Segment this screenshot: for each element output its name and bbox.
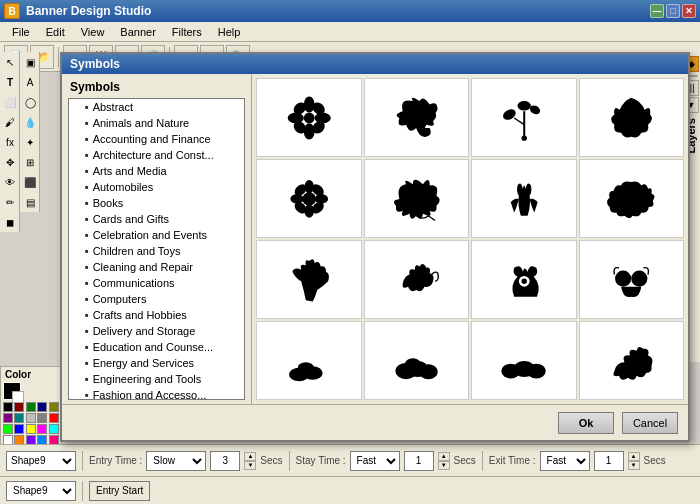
tool-fx[interactable]: fx	[0, 132, 20, 152]
symbol-cell-10[interactable]	[364, 240, 470, 319]
tool-arrow[interactable]: ↖	[0, 52, 20, 72]
svg-point-15	[521, 135, 526, 140]
category-item[interactable]: Abstract	[69, 99, 244, 115]
symbol-cell-13[interactable]	[256, 321, 362, 400]
symbol-cell-14[interactable]	[364, 321, 470, 400]
color-swatch[interactable]	[3, 424, 13, 434]
category-item[interactable]: Communications	[69, 275, 244, 291]
tool-move[interactable]: ✥	[0, 152, 20, 172]
shape-select[interactable]: Shape9	[6, 451, 76, 471]
color-swatch[interactable]	[14, 402, 24, 412]
category-item[interactable]: Computers	[69, 291, 244, 307]
category-item[interactable]: Celebration and Events	[69, 227, 244, 243]
category-item[interactable]: Children and Toys	[69, 243, 244, 259]
stay-val-input[interactable]	[404, 451, 434, 471]
category-item[interactable]: Accounting and Finance	[69, 131, 244, 147]
symbol-cell-3[interactable]	[471, 78, 577, 157]
color-swatch[interactable]	[37, 424, 47, 434]
tool2-gradient[interactable]: ▤	[20, 192, 40, 212]
tool2-eyedrop[interactable]: 💧	[20, 112, 40, 132]
tool2-eraser[interactable]: ⬛	[20, 172, 40, 192]
svg-point-29	[631, 270, 647, 286]
tool2-a[interactable]: A	[20, 72, 40, 92]
cancel-button[interactable]: Cancel	[622, 412, 678, 434]
tool-image[interactable]: ⬜	[0, 92, 20, 112]
color-swatch[interactable]	[49, 413, 59, 423]
stay-speed-select[interactable]: FastSlowMedium	[350, 451, 400, 471]
category-item[interactable]: Crafts and Hobbies	[69, 307, 244, 323]
close-button[interactable]: ✕	[682, 4, 696, 18]
symbol-cell-8[interactable]	[579, 159, 685, 238]
entry-spin-down[interactable]: ▼	[244, 461, 256, 470]
shape-select-2[interactable]: Shape9	[6, 481, 76, 501]
menu-help[interactable]: Help	[210, 24, 249, 40]
tool2-select[interactable]: ▣	[20, 52, 40, 72]
category-item[interactable]: Cards and Gifts	[69, 211, 244, 227]
stay-spin-up[interactable]: ▲	[438, 452, 450, 461]
symbol-cell-16[interactable]	[579, 321, 685, 400]
tool-paint[interactable]: 🖌	[0, 112, 20, 132]
tool-eye[interactable]: 👁	[0, 172, 20, 192]
symbol-cell-1[interactable]	[256, 78, 362, 157]
tool2-crop[interactable]: ⊞	[20, 152, 40, 172]
entry-spin-up[interactable]: ▲	[244, 452, 256, 461]
category-item[interactable]: Energy and Services	[69, 355, 244, 371]
category-item[interactable]: Fashion and Accesso...	[69, 387, 244, 400]
menu-filters[interactable]: Filters	[164, 24, 210, 40]
symbol-cell-7[interactable]	[471, 159, 577, 238]
color-swatch[interactable]	[49, 402, 59, 412]
category-item[interactable]: Engineering and Tools	[69, 371, 244, 387]
color-swatch[interactable]	[26, 424, 36, 434]
category-item[interactable]: Cleaning and Repair	[69, 259, 244, 275]
color-swatch[interactable]	[37, 402, 47, 412]
category-item[interactable]: Animals and Nature	[69, 115, 244, 131]
category-list[interactable]: AbstractAnimals and NatureAccounting and…	[68, 98, 245, 400]
background-color[interactable]	[12, 391, 24, 403]
exit-spin-down[interactable]: ▼	[628, 461, 640, 470]
color-swatch[interactable]	[3, 413, 13, 423]
tool-text[interactable]: T	[0, 72, 20, 92]
entry-start-button[interactable]: Entry Start	[89, 481, 150, 501]
entry-speed-select[interactable]: SlowFastMedium	[146, 451, 206, 471]
color-swatch[interactable]	[37, 413, 47, 423]
tool2-circle[interactable]: ◯	[20, 92, 40, 112]
minimize-button[interactable]: —	[650, 4, 664, 18]
color-swatch[interactable]	[14, 424, 24, 434]
exit-spin-up[interactable]: ▲	[628, 452, 640, 461]
menu-file[interactable]: File	[4, 24, 38, 40]
color-swatch[interactable]	[49, 424, 59, 434]
symbol-cell-5[interactable]	[256, 159, 362, 238]
ok-button[interactable]: Ok	[558, 412, 614, 434]
category-item[interactable]: Books	[69, 195, 244, 211]
menu-view[interactable]: View	[73, 24, 113, 40]
color-swatch[interactable]	[26, 402, 36, 412]
exit-val-input[interactable]	[594, 451, 624, 471]
svg-point-36	[405, 358, 421, 370]
tool2-star[interactable]: ✦	[20, 132, 40, 152]
tool-fill[interactable]: ◼	[0, 212, 20, 232]
maximize-button[interactable]: □	[666, 4, 680, 18]
category-item[interactable]: Arts and Media	[69, 163, 244, 179]
menu-edit[interactable]: Edit	[38, 24, 73, 40]
symbol-cell-6[interactable]	[364, 159, 470, 238]
symbol-cell-12[interactable]	[579, 240, 685, 319]
color-swatch[interactable]	[14, 413, 24, 423]
color-swatch[interactable]	[26, 413, 36, 423]
category-item[interactable]: Delivery and Storage	[69, 323, 244, 339]
stay-time-label: Stay Time :	[296, 455, 346, 466]
stay-spin-down[interactable]: ▼	[438, 461, 450, 470]
symbol-cell-15[interactable]	[471, 321, 577, 400]
entry-val-input[interactable]	[210, 451, 240, 471]
category-item[interactable]: Education and Counse...	[69, 339, 244, 355]
category-item[interactable]: Architecture and Const...	[69, 147, 244, 163]
symbol-cell-4[interactable]	[579, 78, 685, 157]
symbol-cell-2[interactable]	[364, 78, 470, 157]
foreground-color[interactable]	[3, 382, 21, 400]
tool-pen[interactable]: ✏	[0, 192, 20, 212]
menu-banner[interactable]: Banner	[112, 24, 163, 40]
color-swatch[interactable]	[3, 402, 13, 412]
symbol-cell-9[interactable]	[256, 240, 362, 319]
exit-speed-select[interactable]: FastSlowMedium	[540, 451, 590, 471]
symbol-cell-11[interactable]	[471, 240, 577, 319]
category-item[interactable]: Automobiles	[69, 179, 244, 195]
